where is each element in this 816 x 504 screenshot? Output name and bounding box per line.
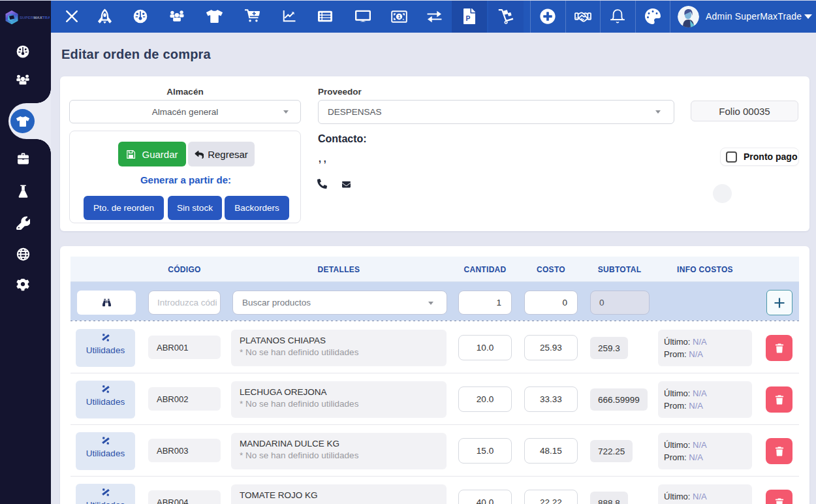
svg-text:1: 1	[398, 14, 400, 20]
svg-text:SUPERMAXTRADE: SUPERMAXTRADE	[20, 16, 50, 20]
svg-text:P: P	[466, 15, 471, 22]
